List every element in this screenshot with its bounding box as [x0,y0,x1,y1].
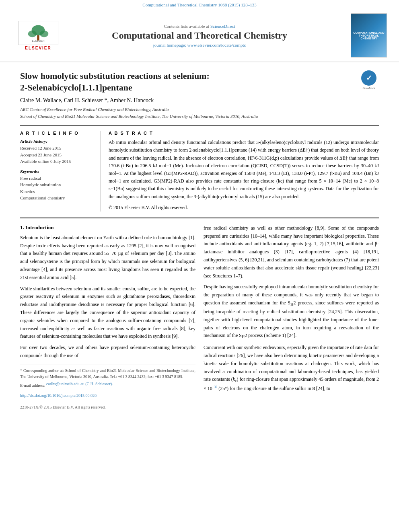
keyword-3: Kinetics [20,188,94,195]
email-link[interactable]: carlhs@unimelb.edu.au (C.H. Schiesser). [46,382,113,386]
doi-copyright: 2210-271X/© 2015 Elsevier B.V. All right… [20,404,195,411]
journal-title-section: Contents lists available at ScienceDirec… [64,24,335,47]
elsevier-logo-section: ELSEVIER ELSEVIER [12,21,64,50]
elsevier-logo-image: ELSEVIER [18,21,58,45]
journal-cover-section: COMPUTATIONAL AND THEORETICAL CHEMISTRY [335,13,387,58]
info-abstract-section: A R T I C L E I N F O Article history: R… [20,125,379,212]
keyword-1: Free radical [20,175,94,182]
crossmark-icon[interactable]: ✓ [361,70,376,86]
journal-cover-text: COMPUTATIONAL AND THEORETICAL CHEMISTRY [351,31,387,41]
svg-point-1 [28,31,37,37]
svg-text:ELSEVIER: ELSEVIER [32,39,45,42]
keyword-4: Computational chemistry [20,195,94,201]
elsevier-tree-icon: ELSEVIER [22,23,54,43]
abstract-copyright: © 2015 Elsevier B.V. All rights reserved… [109,204,379,212]
doi-section: http://dx.doi.org/10.1016/j.comptc.2015.… [20,392,195,411]
journal-header: ELSEVIER ELSEVIER Contents lists availab… [0,9,399,62]
doi-url: http://dx.doi.org/10.1016/j.comptc.2015.… [20,392,195,401]
footnote-email: E-mail address: carlhs@unimelb.edu.au (C… [20,381,195,388]
body-two-col: 1. Introduction Selenium is the least ab… [20,224,379,414]
right-para-1: free radical chemistry as well as other … [204,224,379,280]
intro-para-2: While similarities between selenium and … [20,285,195,341]
abstract-text: Ab initio molecular orbital and density … [109,139,379,201]
article-container: Slow homolytic substitution reactions at… [0,62,399,422]
body-left-col: 1. Introduction Selenium is the least ab… [20,224,195,414]
keyword-2: Homolytic substitution [20,181,94,188]
elsevier-wordmark: ELSEVIER [25,46,51,50]
affiliation-2: School of Chemistry and Bio21 Molecular … [20,113,379,120]
footnote-corresponding: * Corresponding author at: School of Che… [20,368,195,380]
authors-line: Claire M. Wallace, Carl H. Schiesser *, … [20,97,379,104]
affiliations: ARC Centre of Excellence for Free Radica… [20,106,379,119]
article-info: A R T I C L E I N F O Article history: R… [20,131,101,212]
crossmark-label: CrossMark [362,86,375,90]
right-para-3: Concurrent with our synthetic endeavours… [204,344,379,393]
article-history: Article history: Received 12 June 2015 A… [20,139,94,165]
available-date: Available online 6 July 2015 [20,158,94,165]
journal-homepage: journal homepage: www.elsevier.com/locat… [64,43,335,47]
intro-para-1: Selenium is the least abundant element o… [20,234,195,282]
top-bar: Computational and Theoretical Chemistry … [0,0,399,9]
history-label: Article history: [20,139,94,144]
right-para-2: Despite having successfully employed int… [204,283,379,341]
keywords-section: Keywords: Free radical Homolytic substit… [20,169,94,201]
article-title: Slow homolytic substitution reactions at… [20,70,351,93]
article-title-section: Slow homolytic substitution reactions at… [20,70,379,93]
abstract-heading: A B S T R A C T [109,131,379,136]
science-direct-link: Contents lists available at ScienceDirec… [64,24,335,29]
science-direct-anchor[interactable]: ScienceDirect [210,24,235,29]
intro-para-3: For over two decades, we and others have… [20,344,195,360]
affiliation-1: ARC Centre of Excellence for Free Radica… [20,106,379,113]
body-right-col: free radical chemistry as well as other … [204,224,379,414]
footnote-section: * Corresponding author at: School of Che… [20,364,195,388]
keywords-label: Keywords: [20,169,94,174]
journal-citation: Computational and Theoretical Chemistry … [142,2,256,7]
main-content: 1. Introduction Selenium is the least ab… [20,218,379,414]
abstract-section: A B S T R A C T Ab initio molecular orbi… [109,131,379,212]
doi-link[interactable]: http://dx.doi.org/10.1016/j.comptc.2015.… [20,393,97,398]
accepted-date: Accepted 23 June 2015 [20,152,94,158]
svg-point-2 [40,31,49,37]
received-date: Received 12 June 2015 [20,145,94,152]
journal-cover-image: COMPUTATIONAL AND THEORETICAL CHEMISTRY [351,13,387,58]
elsevier-logo: ELSEVIER ELSEVIER [12,21,64,50]
journal-title: Computational and Theoretical Chemistry [64,30,335,41]
intro-heading: 1. Introduction [20,224,195,231]
article-info-heading: A R T I C L E I N F O [20,131,94,136]
crossmark-section: ✓ CrossMark [359,70,379,90]
